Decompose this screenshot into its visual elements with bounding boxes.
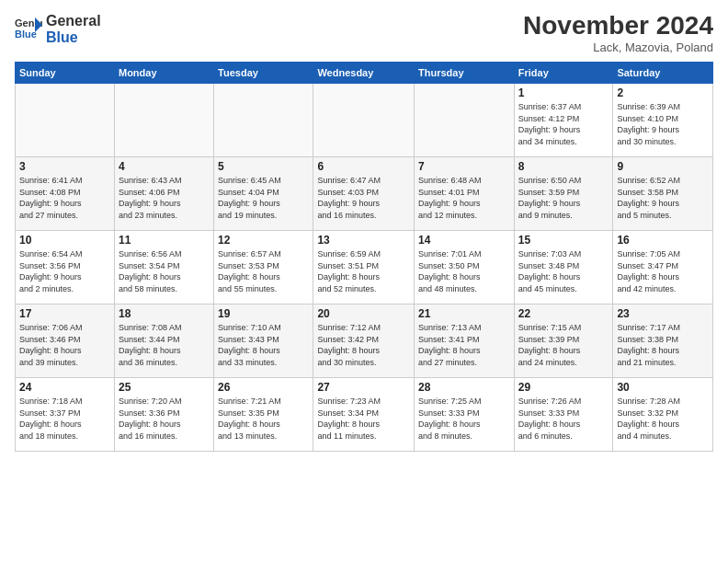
logo-icon: General Blue — [15, 16, 42, 41]
calendar-day: 14Sunrise: 7:01 AM Sunset: 3:50 PM Dayli… — [415, 231, 515, 304]
day-info: Sunrise: 6:45 AM Sunset: 4:04 PM Dayligh… — [218, 175, 309, 221]
calendar-day: 8Sunrise: 6:50 AM Sunset: 3:59 PM Daylig… — [514, 157, 613, 231]
calendar-table: Sunday Monday Tuesday Wednesday Thursday… — [15, 62, 713, 452]
location: Lack, Mazovia, Poland — [523, 40, 713, 54]
day-number: 23 — [617, 307, 709, 320]
day-info: Sunrise: 7:23 AM Sunset: 3:34 PM Dayligh… — [317, 396, 410, 442]
day-info: Sunrise: 6:52 AM Sunset: 3:58 PM Dayligh… — [617, 175, 709, 221]
day-info: Sunrise: 7:15 AM Sunset: 3:39 PM Dayligh… — [518, 322, 609, 368]
calendar-day — [313, 84, 415, 157]
day-number: 4 — [119, 160, 210, 173]
day-info: Sunrise: 7:12 AM Sunset: 3:42 PM Dayligh… — [317, 322, 410, 368]
day-number: 30 — [617, 381, 709, 394]
day-info: Sunrise: 7:01 AM Sunset: 3:50 PM Dayligh… — [418, 248, 510, 294]
calendar-day: 12Sunrise: 6:57 AM Sunset: 3:53 PM Dayli… — [214, 231, 313, 304]
page: General Blue General Blue November 2024 … — [0, 0, 728, 563]
day-info: Sunrise: 7:05 AM Sunset: 3:47 PM Dayligh… — [617, 248, 709, 294]
day-number: 11 — [119, 234, 210, 247]
calendar-week-1: 1Sunrise: 6:37 AM Sunset: 4:12 PM Daylig… — [16, 84, 713, 157]
day-info: Sunrise: 7:13 AM Sunset: 3:41 PM Dayligh… — [418, 322, 510, 368]
day-number: 18 — [119, 307, 210, 320]
day-info: Sunrise: 6:56 AM Sunset: 3:54 PM Dayligh… — [119, 248, 210, 294]
day-info: Sunrise: 7:06 AM Sunset: 3:46 PM Dayligh… — [19, 322, 110, 368]
day-info: Sunrise: 6:47 AM Sunset: 4:03 PM Dayligh… — [317, 175, 410, 221]
day-info: Sunrise: 7:03 AM Sunset: 3:48 PM Dayligh… — [518, 248, 609, 294]
day-info: Sunrise: 7:20 AM Sunset: 3:36 PM Dayligh… — [119, 396, 210, 442]
day-info: Sunrise: 6:43 AM Sunset: 4:06 PM Dayligh… — [119, 175, 210, 221]
col-sunday: Sunday — [16, 63, 115, 84]
day-number: 29 — [518, 381, 609, 394]
calendar-day: 22Sunrise: 7:15 AM Sunset: 3:39 PM Dayli… — [514, 304, 613, 378]
calendar-day: 5Sunrise: 6:45 AM Sunset: 4:04 PM Daylig… — [214, 157, 313, 231]
calendar-day: 25Sunrise: 7:20 AM Sunset: 3:36 PM Dayli… — [114, 378, 213, 452]
calendar-day — [415, 84, 515, 157]
day-number: 21 — [418, 307, 510, 320]
calendar-day: 6Sunrise: 6:47 AM Sunset: 4:03 PM Daylig… — [313, 157, 415, 231]
day-info: Sunrise: 6:54 AM Sunset: 3:56 PM Dayligh… — [19, 248, 110, 294]
logo-line1: General — [46, 13, 101, 29]
day-number: 5 — [218, 160, 309, 173]
day-info: Sunrise: 7:28 AM Sunset: 3:32 PM Dayligh… — [617, 396, 709, 442]
calendar-day: 20Sunrise: 7:12 AM Sunset: 3:42 PM Dayli… — [313, 304, 415, 378]
calendar-day: 18Sunrise: 7:08 AM Sunset: 3:44 PM Dayli… — [114, 304, 213, 378]
day-info: Sunrise: 6:37 AM Sunset: 4:12 PM Dayligh… — [518, 101, 609, 147]
day-number: 24 — [19, 381, 110, 394]
day-number: 27 — [317, 381, 410, 394]
calendar-day: 13Sunrise: 6:59 AM Sunset: 3:51 PM Dayli… — [313, 231, 415, 304]
calendar-day: 7Sunrise: 6:48 AM Sunset: 4:01 PM Daylig… — [415, 157, 515, 231]
day-number: 10 — [19, 234, 110, 247]
day-number: 22 — [518, 307, 609, 320]
day-info: Sunrise: 6:48 AM Sunset: 4:01 PM Dayligh… — [418, 175, 510, 221]
day-number: 19 — [218, 307, 309, 320]
calendar-day: 28Sunrise: 7:25 AM Sunset: 3:33 PM Dayli… — [415, 378, 515, 452]
calendar-day — [114, 84, 213, 157]
day-info: Sunrise: 6:39 AM Sunset: 4:10 PM Dayligh… — [617, 101, 709, 147]
day-info: Sunrise: 6:59 AM Sunset: 3:51 PM Dayligh… — [317, 248, 410, 294]
day-info: Sunrise: 7:10 AM Sunset: 3:43 PM Dayligh… — [218, 322, 309, 368]
calendar-day: 9Sunrise: 6:52 AM Sunset: 3:58 PM Daylig… — [613, 157, 713, 231]
day-number: 3 — [19, 160, 110, 173]
calendar-day — [16, 84, 115, 157]
col-monday: Monday — [114, 63, 213, 84]
month-title: November 2024 — [523, 11, 713, 40]
calendar-day: 4Sunrise: 6:43 AM Sunset: 4:06 PM Daylig… — [114, 157, 213, 231]
calendar-day: 17Sunrise: 7:06 AM Sunset: 3:46 PM Dayli… — [16, 304, 115, 378]
day-number: 14 — [418, 234, 510, 247]
day-number: 6 — [317, 160, 410, 173]
day-number: 8 — [518, 160, 609, 173]
calendar-week-4: 17Sunrise: 7:06 AM Sunset: 3:46 PM Dayli… — [16, 304, 713, 378]
calendar-day: 26Sunrise: 7:21 AM Sunset: 3:35 PM Dayli… — [214, 378, 313, 452]
calendar-day: 2Sunrise: 6:39 AM Sunset: 4:10 PM Daylig… — [613, 84, 713, 157]
day-info: Sunrise: 7:08 AM Sunset: 3:44 PM Dayligh… — [119, 322, 210, 368]
calendar-day: 24Sunrise: 7:18 AM Sunset: 3:37 PM Dayli… — [16, 378, 115, 452]
day-info: Sunrise: 7:26 AM Sunset: 3:33 PM Dayligh… — [518, 396, 609, 442]
calendar-day: 19Sunrise: 7:10 AM Sunset: 3:43 PM Dayli… — [214, 304, 313, 378]
day-number: 2 — [617, 86, 709, 99]
day-number: 26 — [218, 381, 309, 394]
calendar-day: 21Sunrise: 7:13 AM Sunset: 3:41 PM Dayli… — [415, 304, 515, 378]
calendar-day — [214, 84, 313, 157]
day-number: 25 — [119, 381, 210, 394]
day-number: 28 — [418, 381, 510, 394]
day-number: 20 — [317, 307, 410, 320]
day-info: Sunrise: 7:25 AM Sunset: 3:33 PM Dayligh… — [418, 396, 510, 442]
logo: General Blue General Blue — [15, 11, 101, 45]
header: General Blue General Blue November 2024 … — [15, 11, 713, 54]
svg-text:Blue: Blue — [15, 29, 37, 40]
day-info: Sunrise: 6:41 AM Sunset: 4:08 PM Dayligh… — [19, 175, 110, 221]
day-info: Sunrise: 7:17 AM Sunset: 3:38 PM Dayligh… — [617, 322, 709, 368]
col-saturday: Saturday — [613, 63, 713, 84]
calendar-day: 23Sunrise: 7:17 AM Sunset: 3:38 PM Dayli… — [613, 304, 713, 378]
day-number: 16 — [617, 234, 709, 247]
day-info: Sunrise: 6:57 AM Sunset: 3:53 PM Dayligh… — [218, 248, 309, 294]
day-number: 17 — [19, 307, 110, 320]
calendar-day: 3Sunrise: 6:41 AM Sunset: 4:08 PM Daylig… — [16, 157, 115, 231]
title-section: November 2024 Lack, Mazovia, Poland — [523, 11, 713, 54]
day-number: 13 — [317, 234, 410, 247]
calendar-day: 15Sunrise: 7:03 AM Sunset: 3:48 PM Dayli… — [514, 231, 613, 304]
col-wednesday: Wednesday — [313, 63, 415, 84]
calendar-week-2: 3Sunrise: 6:41 AM Sunset: 4:08 PM Daylig… — [16, 157, 713, 231]
day-info: Sunrise: 6:50 AM Sunset: 3:59 PM Dayligh… — [518, 175, 609, 221]
calendar-day: 29Sunrise: 7:26 AM Sunset: 3:33 PM Dayli… — [514, 378, 613, 452]
col-thursday: Thursday — [415, 63, 515, 84]
